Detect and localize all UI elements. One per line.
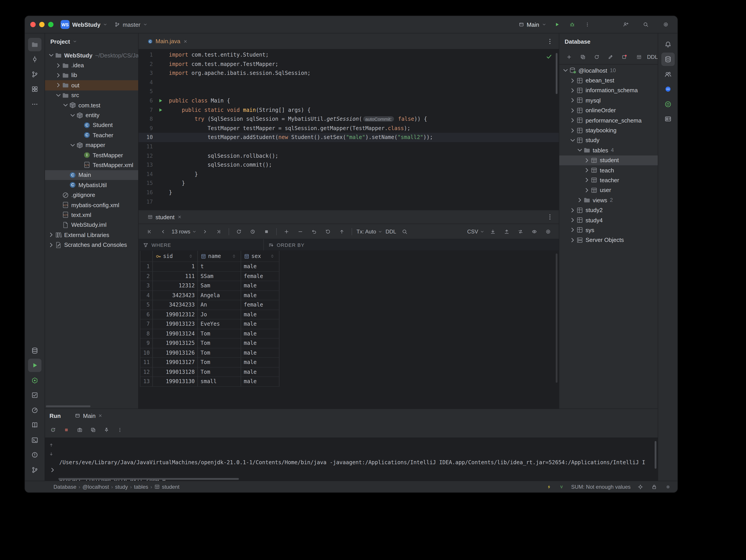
cell-name[interactable]: t: [198, 262, 241, 271]
view-options-button[interactable]: [529, 226, 540, 237]
run-config-selector[interactable]: Main: [519, 21, 546, 28]
table-row[interactable]: 9199013125Tommale: [140, 338, 279, 348]
chevron-down-icon[interactable]: [62, 101, 69, 109]
chevron-right-icon[interactable]: [48, 241, 55, 248]
edit-source-button[interactable]: [605, 52, 616, 62]
services-tool-button[interactable]: [28, 374, 41, 387]
cell-sex[interactable]: male: [241, 319, 280, 329]
console-hscrollbar[interactable]: [58, 478, 239, 480]
database-item-study[interactable]: study: [559, 135, 658, 145]
validation-status-button[interactable]: V: [557, 483, 565, 491]
chevron-right-icon[interactable]: [569, 97, 576, 104]
chevron-down-icon[interactable]: [569, 137, 576, 144]
cell-name[interactable]: EveYes: [198, 319, 241, 329]
database-panel-button[interactable]: [661, 53, 675, 66]
documentation-tool-button[interactable]: [28, 418, 41, 432]
chevron-down-icon[interactable]: [69, 142, 76, 149]
next-page-button[interactable]: [200, 226, 210, 237]
chevron-right-icon[interactable]: [583, 167, 591, 174]
database-item-information-schema[interactable]: information_schema: [559, 86, 658, 95]
project-item-testmapper-xml[interactable]: </>TestMapper.xml: [45, 160, 138, 170]
table-row[interactable]: 11199013127Tommale: [140, 358, 279, 367]
cell-sid[interactable]: 199012312: [153, 310, 198, 319]
code-line[interactable]: 5: [139, 87, 559, 96]
settings-button[interactable]: [660, 19, 671, 30]
cell-sex[interactable]: male: [241, 358, 280, 367]
pin-tab-button[interactable]: [101, 424, 112, 435]
screen-reader-button[interactable]: [636, 483, 644, 491]
chevron-right-icon[interactable]: [569, 227, 576, 234]
project-item-teacher[interactable]: CTeacher: [45, 130, 138, 140]
code-line[interactable]: 8 try (SqlSession sqlSession = MybatisUt…: [139, 115, 559, 124]
more-tools-button[interactable]: [28, 97, 41, 111]
cell-sid[interactable]: 199013127: [153, 358, 198, 367]
grid-settings-button[interactable]: [543, 226, 553, 237]
jump-to-editor-button[interactable]: [634, 52, 644, 62]
table-row[interactable]: 11tmale: [140, 262, 279, 271]
stop-button[interactable]: [61, 424, 72, 435]
breadcrumb-localhost[interactable]: @localhost: [82, 483, 109, 490]
cell-sex[interactable]: male: [241, 338, 280, 348]
chevron-right-icon[interactable]: [569, 127, 576, 134]
project-item-scratches-and-consoles[interactable]: Scratches and Consoles: [45, 240, 138, 250]
chevron-right-icon[interactable]: [569, 107, 576, 114]
cell-sid[interactable]: 199013123: [153, 319, 198, 329]
notifications-button[interactable]: [661, 38, 675, 51]
run-line-gutter[interactable]: [155, 107, 166, 113]
column-header-sid[interactable]: sid: [153, 251, 198, 262]
project-item-external-libraries[interactable]: External Libraries: [45, 230, 138, 240]
project-item-com-test[interactable]: com.test: [45, 100, 138, 110]
project-item-webstudy[interactable]: WebStudy~/Desktop/CS/Jav: [45, 50, 138, 60]
write-lock-button[interactable]: [650, 483, 658, 491]
cell-sex[interactable]: male: [241, 329, 280, 338]
database-item-server-objects[interactable]: Server Objects: [559, 235, 658, 245]
todo-tool-button[interactable]: [28, 388, 41, 402]
database-item-onlineorder[interactable]: onlineOrder: [559, 106, 658, 115]
code-line[interactable]: 13 sqlSession.commit();: [139, 160, 559, 170]
code-line[interactable]: 6public class Main {: [139, 96, 559, 106]
import-data-button[interactable]: [488, 226, 498, 237]
chevron-down-icon[interactable]: [562, 67, 569, 74]
code-line[interactable]: 1import com.test.entity.Student;: [139, 50, 559, 59]
cell-sex[interactable]: female: [241, 300, 280, 310]
revert-changes-button[interactable]: [309, 226, 319, 237]
cell-sex[interactable]: male: [241, 281, 280, 291]
new-datasource-button[interactable]: [564, 52, 574, 62]
dump-threads-button[interactable]: [88, 424, 98, 435]
project-item-src[interactable]: src: [45, 90, 138, 100]
cell-sex[interactable]: male: [241, 367, 280, 377]
chevron-right-icon[interactable]: [55, 72, 62, 79]
last-page-button[interactable]: [213, 226, 224, 237]
query-history-button[interactable]: [247, 226, 258, 237]
cell-name[interactable]: Tom: [198, 367, 241, 377]
database-item-student[interactable]: student: [559, 155, 658, 165]
code-line[interactable]: 4: [139, 78, 559, 87]
chevron-down-icon[interactable]: [69, 112, 76, 119]
chevron-right-icon[interactable]: [569, 237, 576, 244]
breadcrumb-database[interactable]: Database: [54, 483, 77, 490]
spring-tool-button[interactable]: [661, 97, 675, 111]
chevron-right-icon[interactable]: [48, 231, 55, 238]
code-editor[interactable]: 1import com.test.entity.Student;2import …: [139, 50, 559, 210]
chevron-down-icon[interactable]: [48, 52, 55, 59]
project-item-out[interactable]: out: [45, 80, 138, 90]
database-item-teach[interactable]: teach: [559, 165, 658, 175]
run-line-gutter[interactable]: [155, 98, 166, 104]
database-item-study2[interactable]: study2: [559, 205, 658, 215]
chevron-right-icon[interactable]: [569, 77, 576, 84]
database-item-tables[interactable]: tables4: [559, 145, 658, 155]
cell-sex[interactable]: male: [241, 262, 280, 271]
close-icon[interactable]: [98, 413, 103, 418]
more-options-button[interactable]: [115, 424, 125, 435]
cell-sex[interactable]: male: [241, 377, 280, 386]
cell-name[interactable]: Sam: [198, 281, 241, 291]
structure-tool-button[interactable]: [28, 82, 41, 96]
code-line[interactable]: 10 testMapper.addStudent(new Student().s…: [139, 133, 559, 142]
project-item-idea[interactable]: .idea: [45, 60, 138, 70]
chevron-right-icon[interactable]: [569, 216, 576, 224]
duplicate-button[interactable]: [578, 52, 588, 62]
chevron-down-icon[interactable]: [576, 147, 583, 154]
database-tool-button[interactable]: [28, 344, 41, 357]
version-control-tool-button[interactable]: [28, 463, 41, 476]
cancel-query-button[interactable]: [261, 226, 272, 237]
